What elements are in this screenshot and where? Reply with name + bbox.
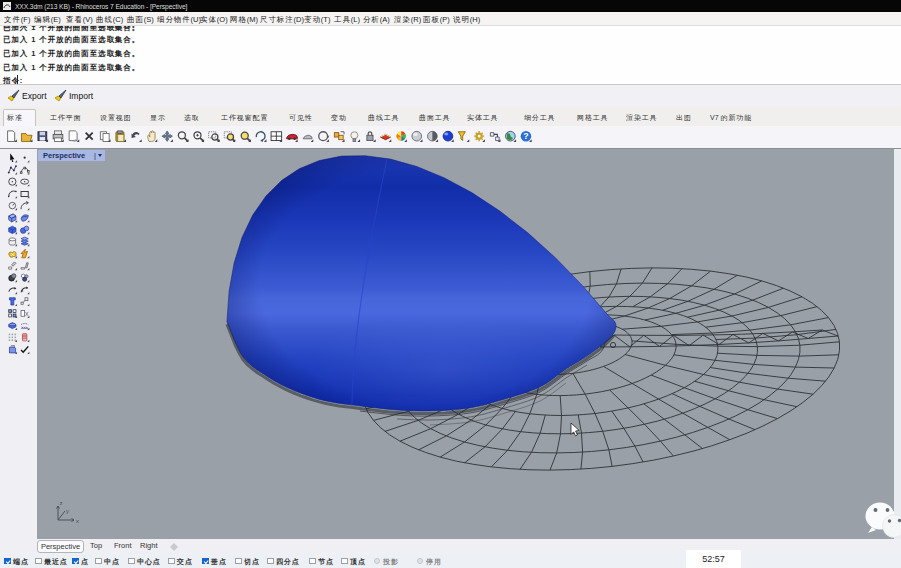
- svg-text:x: x: [76, 518, 79, 524]
- svg-text:y: y: [66, 508, 69, 514]
- svg-text:z: z: [60, 500, 63, 506]
- svg-text:?: ?: [523, 131, 528, 141]
